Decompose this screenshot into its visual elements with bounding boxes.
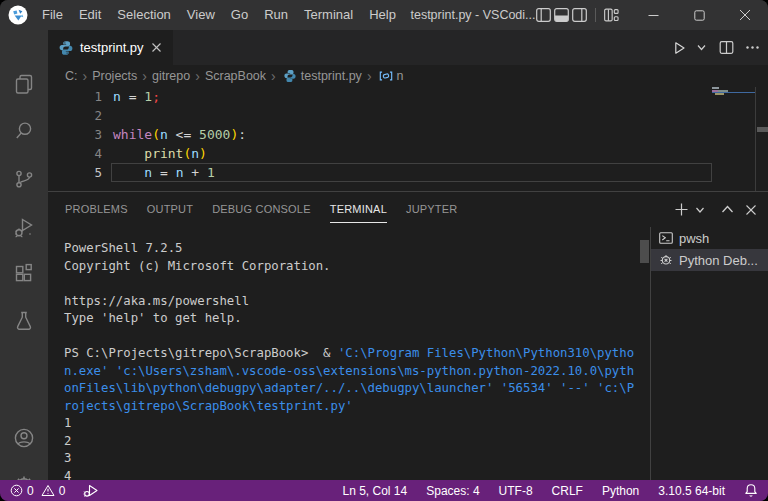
minimap-border (755, 87, 756, 191)
editor-tab-bar: testprint.py (48, 30, 768, 65)
customize-layout-icon[interactable] (604, 0, 619, 30)
overview-ruler-cursor (757, 127, 768, 132)
panel-tab-problems[interactable]: PROBLEMS (65, 197, 128, 222)
terminal-line (64, 275, 634, 293)
breadcrumb-drive[interactable]: C: (65, 69, 78, 83)
terminal-powershell-icon (658, 230, 674, 246)
breadcrumb-scrapbook[interactable]: ScrapBook (205, 69, 266, 83)
code-line: n = 1; (113, 87, 160, 106)
terminal-panel[interactable]: PowerShell 7.2.5 Copyright (c) Microsoft… (48, 227, 768, 480)
split-editor-icon[interactable] (719, 40, 734, 55)
maximize-panel-icon[interactable] (721, 203, 734, 216)
terminal-list-item-pwsh[interactable]: pwsh (651, 227, 768, 249)
extensions-icon[interactable] (12, 261, 36, 285)
cursor-position-status[interactable]: Ln 5, Col 14 (342, 484, 407, 498)
run-python-file-icon[interactable] (671, 40, 687, 56)
terminal-list-item-python-debug[interactable]: Python Deb... (651, 249, 768, 271)
menu-bar: File Edit Selection View Go Run Terminal… (34, 0, 404, 30)
window-controls (630, 0, 768, 30)
toggle-secondary-sidebar-icon[interactable] (572, 0, 587, 30)
panel-tab-debug-console[interactable]: DEBUG CONSOLE (212, 197, 311, 222)
more-actions-icon[interactable] (745, 40, 760, 55)
menu-file[interactable]: File (34, 0, 71, 30)
menu-view[interactable]: View (179, 0, 223, 30)
terminal-line (64, 328, 634, 346)
run-dropdown-chevron-icon[interactable] (696, 42, 707, 53)
window-title: testprint.py - VSCodi... (410, 0, 535, 30)
terminal-line: https://aka.ms/powershell (64, 293, 634, 311)
line-number-active: 5 (48, 163, 102, 182)
debug-bug-icon (658, 252, 674, 268)
python-file-icon (58, 40, 74, 56)
symbol-variable-icon (379, 69, 393, 83)
line-number: 4 (48, 144, 102, 163)
chevron-right-icon: › (195, 68, 200, 84)
minimize-icon[interactable] (630, 0, 676, 30)
menu-edit[interactable]: Edit (71, 0, 109, 30)
terminal-line: 3 (64, 450, 634, 468)
terminal-line: onFiles\lib\python\debugpy\adapter/../..… (64, 380, 634, 398)
notifications-bell-icon[interactable] (744, 483, 758, 498)
panel-actions (674, 192, 758, 227)
menu-terminal[interactable]: Terminal (296, 0, 361, 30)
editor-actions (671, 30, 760, 65)
error-count: 0 (27, 484, 34, 498)
problems-status[interactable]: 0 0 (10, 483, 99, 498)
tab-testprint[interactable]: testprint.py (48, 30, 173, 65)
titlebar-separator (595, 8, 596, 22)
close-window-icon[interactable] (722, 0, 768, 30)
indentation-status[interactable]: Spaces: 4 (426, 484, 479, 498)
statusbar-right: Ln 5, Col 14 Spaces: 4 UTF-8 CRLF Python… (342, 480, 758, 501)
new-terminal-icon[interactable] (674, 202, 689, 217)
encoding-status[interactable]: UTF-8 (499, 484, 533, 498)
error-icon (10, 484, 23, 497)
tab-label: testprint.py (80, 40, 144, 55)
minimap[interactable] (712, 87, 755, 191)
search-icon[interactable] (12, 119, 36, 143)
terminal-dropdown-chevron-icon[interactable] (695, 205, 705, 215)
run-and-debug-icon[interactable] (12, 216, 36, 240)
toggle-primary-sidebar-icon[interactable] (536, 0, 551, 30)
source-control-icon[interactable] (12, 167, 36, 191)
close-tab-icon[interactable] (150, 41, 163, 54)
code-line: while(n <= 5000): (113, 125, 246, 144)
menu-go[interactable]: Go (223, 0, 256, 30)
close-panel-icon[interactable] (744, 203, 758, 217)
breadcrumb-gitrepo[interactable]: gitrepo (152, 69, 190, 83)
explorer-icon[interactable] (12, 72, 36, 96)
panel-tab-terminal[interactable]: TERMINAL (330, 197, 387, 223)
breadcrumbs: C: › Projects › gitrepo › ScrapBook › te… (48, 65, 768, 87)
chevron-right-icon: › (83, 68, 88, 84)
terminal-line: n.exe' 'c:\Users\zsham\.vscode-oss\exten… (64, 363, 634, 381)
warning-icon (41, 484, 55, 497)
terminal-line: rojects\gitrepo\ScrapBook\testprint.py' (64, 398, 634, 416)
code-editor[interactable]: 1 2 3 4 5 n = 1; while(n <= 5000): print… (48, 87, 768, 191)
activity-bar (0, 30, 48, 480)
maximize-icon[interactable] (676, 0, 722, 30)
python-interpreter-status[interactable]: 3.10.5 64-bit (658, 484, 725, 498)
menu-run[interactable]: Run (256, 0, 296, 30)
menu-help[interactable]: Help (361, 0, 404, 30)
menu-selection[interactable]: Selection (109, 0, 178, 30)
terminal-output: PowerShell 7.2.5 Copyright (c) Microsoft… (64, 240, 634, 480)
debug-status-icon[interactable] (83, 483, 99, 498)
terminal-line: PS C:\Projects\gitrepo\ScrapBook> & 'C:\… (64, 345, 634, 363)
language-status[interactable]: Python (602, 484, 639, 498)
line-number: 2 (48, 106, 102, 125)
account-icon[interactable] (12, 426, 36, 450)
chevron-right-icon: › (271, 68, 276, 84)
vscodium-logo-icon[interactable] (8, 5, 28, 25)
breadcrumb-symbol[interactable]: n (397, 69, 404, 83)
testing-icon[interactable] (12, 309, 36, 333)
panel-tab-output[interactable]: OUTPUT (147, 197, 193, 222)
terminal-line: 1 (64, 415, 634, 433)
chevron-right-icon: › (142, 68, 147, 84)
breadcrumb-projects[interactable]: Projects (92, 69, 137, 83)
eol-status[interactable]: CRLF (552, 484, 583, 498)
toggle-panel-icon[interactable] (554, 0, 569, 30)
terminal-scrollbar-thumb[interactable] (640, 240, 649, 263)
terminal-line: Type 'help' to get help. (64, 310, 634, 328)
panel-tab-jupyter[interactable]: JUPYTER (406, 197, 458, 222)
terminal-line: 2 (64, 433, 634, 451)
breadcrumb-file[interactable]: testprint.py (301, 69, 362, 83)
